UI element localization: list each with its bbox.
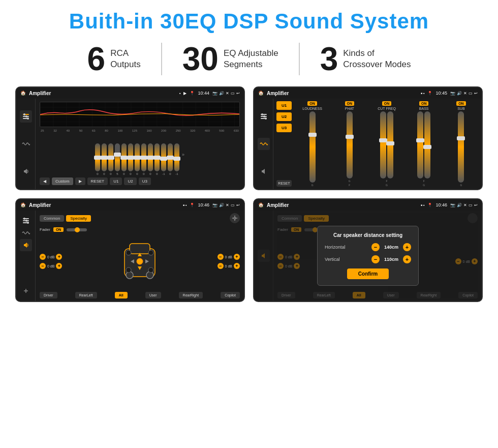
eq-slider-10[interactable]: 0 bbox=[154, 143, 160, 175]
svg-point-28 bbox=[137, 258, 143, 264]
copilot-btn[interactable]: Copilot bbox=[221, 292, 240, 298]
eq-play-icon[interactable]: ▶ bbox=[183, 91, 186, 96]
horizontal-plus-btn[interactable]: + bbox=[403, 243, 411, 251]
speaker1-settings-icon[interactable] bbox=[230, 213, 240, 223]
svg-point-13 bbox=[263, 115, 265, 117]
cross-sidebar-speaker-icon[interactable] bbox=[258, 165, 270, 177]
eq-slider-4[interactable]: 5 bbox=[115, 143, 120, 175]
eq-u2-btn[interactable]: U2 bbox=[124, 177, 136, 185]
db-plus-4[interactable]: + bbox=[234, 263, 240, 269]
eq-expand-icon[interactable]: » bbox=[182, 152, 184, 157]
sp1-sidebar-filter-icon[interactable] bbox=[20, 215, 32, 227]
driver-btn[interactable]: Driver bbox=[40, 292, 57, 298]
vertical-minus-btn[interactable]: − bbox=[371, 255, 380, 263]
eq-u3-btn[interactable]: U3 bbox=[139, 177, 151, 185]
sp1-sidebar-speaker-icon[interactable] bbox=[20, 239, 32, 251]
db-plus-1[interactable]: + bbox=[56, 254, 62, 260]
preset-u3-btn[interactable]: U3 bbox=[276, 124, 292, 132]
eq-slider-9[interactable]: 0 bbox=[148, 143, 153, 175]
eq-custom-btn[interactable]: Custom bbox=[52, 177, 73, 185]
loudness-toggle[interactable]: ON bbox=[307, 101, 317, 106]
svg-point-36 bbox=[148, 267, 153, 273]
cutfreq-toggle[interactable]: ON bbox=[382, 101, 392, 106]
eq-slider-11[interactable]: -1 bbox=[161, 143, 166, 175]
speaker1-specialty-tab[interactable]: Specialty bbox=[66, 215, 90, 222]
eq-slider-6[interactable]: 0 bbox=[128, 143, 133, 175]
crossover-reset-btn[interactable]: RESET bbox=[276, 180, 292, 187]
speaker2-screen-body: Common Specialty Fader ON − bbox=[254, 211, 482, 301]
eq-slider-3[interactable]: 0 bbox=[108, 143, 113, 175]
crossover-close-icon[interactable]: ✕ bbox=[463, 91, 467, 96]
crossover-back-icon[interactable]: ↩ bbox=[474, 91, 478, 96]
crossover-home-icon[interactable]: 🏠 bbox=[258, 91, 264, 96]
svg-point-33 bbox=[126, 250, 131, 255]
eq-play-btn[interactable]: ▶ bbox=[75, 177, 85, 185]
fader-slider[interactable] bbox=[67, 228, 87, 231]
vertical-plus-btn[interactable]: + bbox=[403, 255, 411, 263]
crossover-time: 10:45 bbox=[435, 91, 447, 96]
horizontal-minus-btn[interactable]: − bbox=[371, 243, 380, 251]
user-btn[interactable]: User bbox=[145, 292, 161, 298]
eq-slider-1[interactable]: 0 bbox=[95, 143, 100, 175]
db-minus-2[interactable]: − bbox=[40, 263, 46, 269]
bass-toggle[interactable]: ON bbox=[419, 101, 429, 106]
crossover-location-icon: 📍 bbox=[427, 91, 432, 96]
phat-toggle[interactable]: ON bbox=[345, 101, 355, 106]
db-value-1: 0 dB bbox=[47, 255, 54, 259]
speaker1-common-tab[interactable]: Common bbox=[40, 215, 64, 222]
eq-screen-body: 253240506380100125160200250320400500630 … bbox=[16, 99, 244, 189]
db-value-4: 0 dB bbox=[225, 264, 232, 268]
db-minus-4[interactable]: − bbox=[217, 263, 224, 269]
preset-u1-btn[interactable]: U1 bbox=[276, 101, 292, 110]
sp1-sidebar-expand-icon[interactable] bbox=[20, 285, 32, 297]
sub-toggle[interactable]: ON bbox=[456, 101, 466, 106]
speaker1-back-icon[interactable]: ↩ bbox=[236, 203, 240, 207]
eq-slider-12[interactable]: 0 bbox=[168, 143, 173, 175]
eq-u1-btn[interactable]: U1 bbox=[110, 177, 122, 185]
confirm-button[interactable]: Confirm bbox=[347, 268, 389, 279]
svg-point-20 bbox=[25, 220, 27, 222]
speaker2-back-icon[interactable]: ↩ bbox=[474, 203, 478, 207]
back-icon[interactable]: ↩ bbox=[236, 91, 240, 96]
db-minus-1[interactable]: − bbox=[40, 254, 46, 260]
fader-toggle[interactable]: ON bbox=[53, 227, 64, 232]
stat-eq-number: 30 bbox=[182, 43, 219, 75]
sp1-sidebar-wave-icon[interactable] bbox=[20, 227, 32, 239]
horizontal-label: Horizontal bbox=[325, 245, 346, 250]
db-minus-3[interactable]: − bbox=[217, 254, 224, 260]
speaker2-volume-icon: 🔊 bbox=[457, 203, 462, 207]
home-icon[interactable]: 🏠 bbox=[20, 91, 26, 96]
vertical-control: − 110cm + bbox=[371, 255, 411, 263]
db-plus-2[interactable]: + bbox=[56, 263, 62, 269]
eq-dot-icon: ● bbox=[179, 92, 180, 95]
eq-slider-13[interactable]: -1 bbox=[174, 143, 179, 175]
svg-marker-6 bbox=[24, 169, 27, 174]
db-plus-3[interactable]: + bbox=[234, 254, 240, 260]
preset-u2-btn[interactable]: U2 bbox=[276, 112, 292, 121]
eq-sidebar-filter-icon[interactable] bbox=[20, 110, 32, 123]
svg-point-34 bbox=[148, 250, 153, 255]
eq-slider-5[interactable]: 0 bbox=[121, 143, 127, 175]
eq-sidebar-wave-icon[interactable] bbox=[20, 138, 32, 150]
close-icon[interactable]: ✕ bbox=[226, 91, 229, 96]
eq-slider-2[interactable]: 0 bbox=[102, 143, 107, 175]
cross-sidebar-wave-icon[interactable] bbox=[258, 138, 270, 150]
svg-point-19 bbox=[23, 218, 25, 220]
speaker2-close-icon[interactable]: ✕ bbox=[463, 203, 467, 207]
eq-slider-7[interactable]: 0 bbox=[135, 143, 140, 175]
all-btn[interactable]: All bbox=[115, 292, 128, 298]
eq-sidebar-speaker-icon[interactable] bbox=[20, 165, 32, 177]
eq-reset-btn[interactable]: RESET bbox=[87, 177, 108, 185]
rearright-btn[interactable]: RearRight bbox=[179, 292, 203, 298]
db-control-4: − 0 dB + bbox=[217, 263, 240, 269]
speaker1-home-icon[interactable]: 🏠 bbox=[20, 202, 26, 207]
eq-prev-btn[interactable]: ◀ bbox=[40, 177, 50, 185]
rearleft-btn[interactable]: RearLeft bbox=[75, 292, 97, 298]
speaker2-home-icon[interactable]: 🏠 bbox=[258, 202, 264, 207]
eq-slider-8[interactable]: 0 bbox=[141, 143, 146, 175]
speaker1-close-icon[interactable]: ✕ bbox=[226, 203, 229, 207]
speaker-distance-dialog: Car speaker distance setting Horizontal … bbox=[317, 226, 419, 286]
cross-sidebar-filter-icon[interactable] bbox=[258, 110, 270, 123]
crossover-window-icon: ▭ bbox=[469, 91, 473, 96]
loudness-control: ON LOUDNESS G bbox=[295, 101, 330, 187]
